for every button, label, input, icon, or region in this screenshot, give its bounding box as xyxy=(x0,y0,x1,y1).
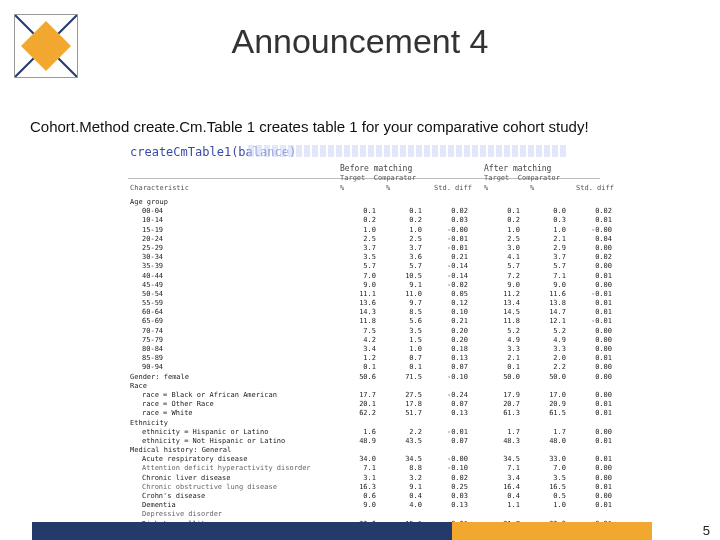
cell: 2.9 xyxy=(530,244,566,253)
cell: -0.00 xyxy=(432,455,468,464)
cell: 14.7 xyxy=(530,308,566,317)
row-label: 00-04 xyxy=(142,207,342,216)
cell: 0.01 xyxy=(576,501,612,510)
cell: 3.5 xyxy=(530,474,566,483)
table-row: 60-6414.38.50.1014.514.70.01 xyxy=(130,308,610,317)
cell: 8.8 xyxy=(386,464,422,473)
row-label: 85-89 xyxy=(142,354,342,363)
cell: 0.1 xyxy=(484,363,520,372)
cell: 0.21 xyxy=(432,253,468,262)
cell: 4.2 xyxy=(340,336,376,345)
cell: 2.1 xyxy=(484,354,520,363)
cell: 0.1 xyxy=(340,207,376,216)
group-header-after: After matching Target Comparator xyxy=(484,164,560,182)
row-label: Race xyxy=(130,382,330,391)
cell: 1.0 xyxy=(386,226,422,235)
slide-title: Announcement 4 xyxy=(0,22,720,61)
cell: 1.1 xyxy=(484,501,520,510)
col-pct: % xyxy=(484,184,488,192)
table-row: 00-040.10.10.020.10.00.02 xyxy=(130,207,610,216)
cell: 7.5 xyxy=(340,327,376,336)
cell: 0.00 xyxy=(576,345,612,354)
row-label: 10-14 xyxy=(142,216,342,225)
table-row: 85-891.20.70.132.12.00.01 xyxy=(130,354,610,363)
cell: 3.5 xyxy=(340,253,376,262)
cell: 2.0 xyxy=(530,354,566,363)
row-label: Dementia xyxy=(142,501,342,510)
cell: 1.0 xyxy=(530,226,566,235)
cell: 5.6 xyxy=(386,317,422,326)
cell: 1.0 xyxy=(484,226,520,235)
cell: 1.5 xyxy=(386,336,422,345)
cell: 27.5 xyxy=(386,391,422,400)
footer-gap xyxy=(0,522,34,540)
table-row: 65-6911.85.60.2111.812.1-0.01 xyxy=(130,317,610,326)
cell: 8.5 xyxy=(386,308,422,317)
cell: 1.7 xyxy=(530,428,566,437)
cell: 34.5 xyxy=(386,455,422,464)
cell: 5.2 xyxy=(484,327,520,336)
cell: 0.20 xyxy=(432,336,468,345)
cell: 7.0 xyxy=(340,272,376,281)
cell: 3.6 xyxy=(386,253,422,262)
cell: 0.25 xyxy=(432,483,468,492)
table-row: 50-5411.111.00.0511.211.6-0.01 xyxy=(130,290,610,299)
row-label: 15-19 xyxy=(142,226,342,235)
cell: 43.5 xyxy=(386,437,422,446)
cell: 0.12 xyxy=(432,299,468,308)
cell: 9.0 xyxy=(484,281,520,290)
cell: 11.8 xyxy=(340,317,376,326)
cell: 2.5 xyxy=(340,235,376,244)
table-row: Attention deficit hyperactivity disorder… xyxy=(130,464,610,473)
cell: 9.7 xyxy=(386,299,422,308)
cell: 3.7 xyxy=(340,244,376,253)
cell: 0.20 xyxy=(432,327,468,336)
cell: 7.1 xyxy=(530,272,566,281)
cell: 0.01 xyxy=(576,483,612,492)
cell: 0.01 xyxy=(576,299,612,308)
table-row: Age group xyxy=(130,198,610,207)
cell: 0.01 xyxy=(576,455,612,464)
cell: 0.7 xyxy=(386,354,422,363)
table-row: 55-5913.69.70.1213.413.80.01 xyxy=(130,299,610,308)
table-row: 75-794.21.50.204.94.90.00 xyxy=(130,336,610,345)
cell: -0.01 xyxy=(432,244,468,253)
cell: 0.00 xyxy=(576,281,612,290)
table-row: 35-395.75.7-0.145.75.70.00 xyxy=(130,262,610,271)
cell: 11.6 xyxy=(530,290,566,299)
cell: 48.0 xyxy=(530,437,566,446)
cell: 0.00 xyxy=(576,474,612,483)
group-header-before: Before matching Target Comparator xyxy=(340,164,416,182)
cell: 62.2 xyxy=(340,409,376,418)
cell: -0.01 xyxy=(432,428,468,437)
table-row: race = White62.251.70.1361.361.50.01 xyxy=(130,409,610,418)
table-body: Age group00-040.10.10.020.10.00.0210-140… xyxy=(130,198,610,540)
row-label: race = Black or African American xyxy=(142,391,342,400)
cell: 34.0 xyxy=(340,455,376,464)
cell: 7.1 xyxy=(484,464,520,473)
cell: 3.7 xyxy=(530,253,566,262)
cell: 7.1 xyxy=(340,464,376,473)
cell: 5.7 xyxy=(484,262,520,271)
col-stddiff: Std. diff xyxy=(576,184,614,192)
row-label: 60-64 xyxy=(142,308,342,317)
cell: 10.5 xyxy=(386,272,422,281)
cell: 48.3 xyxy=(484,437,520,446)
cell: 0.1 xyxy=(386,363,422,372)
cell: 48.9 xyxy=(340,437,376,446)
cell: -0.00 xyxy=(432,226,468,235)
cell: -0.24 xyxy=(432,391,468,400)
cell: 4.9 xyxy=(484,336,520,345)
cell: -0.00 xyxy=(576,226,612,235)
cell: 5.7 xyxy=(340,262,376,271)
cell: 0.1 xyxy=(484,207,520,216)
table-row: 10-140.20.20.030.20.30.01 xyxy=(130,216,610,225)
cell: 0.02 xyxy=(432,207,468,216)
cell: 50.0 xyxy=(530,373,566,382)
table-row: 70-747.53.50.205.25.20.00 xyxy=(130,327,610,336)
cell: 0.3 xyxy=(530,216,566,225)
cell: 2.5 xyxy=(386,235,422,244)
cell: 0.00 xyxy=(576,391,612,400)
cell: 0.07 xyxy=(432,437,468,446)
col-pct: % xyxy=(386,184,390,192)
